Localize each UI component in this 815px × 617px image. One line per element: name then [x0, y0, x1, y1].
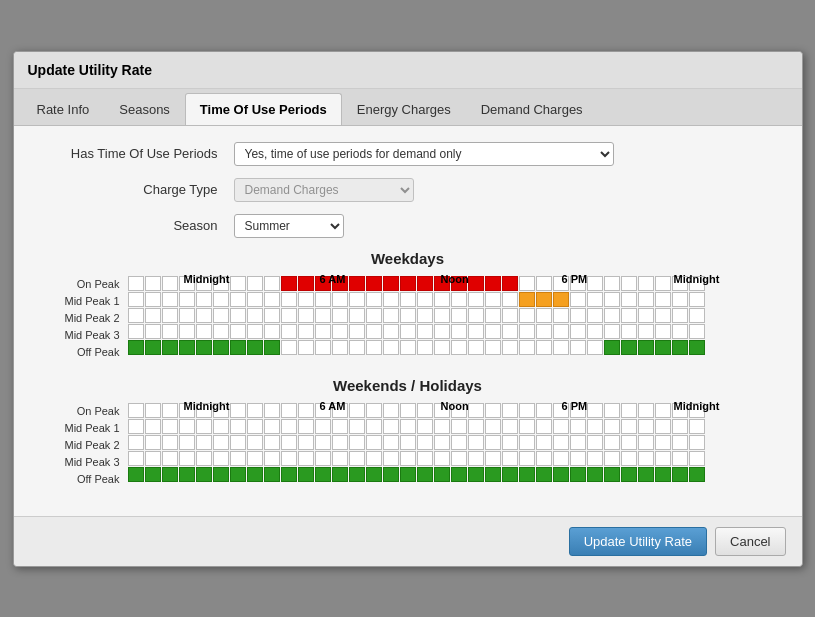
grid-cell[interactable] — [281, 403, 297, 418]
grid-cell[interactable] — [247, 403, 263, 418]
grid-cell[interactable] — [485, 403, 501, 418]
grid-cell[interactable] — [298, 419, 314, 434]
grid-cell[interactable] — [519, 308, 535, 323]
grid-cell[interactable] — [179, 435, 195, 450]
grid-cell[interactable] — [553, 467, 569, 482]
grid-cell[interactable] — [689, 467, 705, 482]
grid-cell[interactable] — [179, 419, 195, 434]
grid-cell[interactable] — [400, 467, 416, 482]
grid-cell[interactable] — [400, 276, 416, 291]
grid-cell[interactable] — [553, 324, 569, 339]
grid-cell[interactable] — [468, 467, 484, 482]
grid-cell[interactable] — [570, 419, 586, 434]
grid-cell[interactable] — [451, 435, 467, 450]
grid-cell[interactable] — [196, 324, 212, 339]
grid-cell[interactable] — [128, 403, 144, 418]
grid-cell[interactable] — [383, 324, 399, 339]
grid-cell[interactable] — [570, 324, 586, 339]
grid-cell[interactable] — [366, 451, 382, 466]
grid-cell[interactable] — [145, 451, 161, 466]
grid-cell[interactable] — [536, 467, 552, 482]
grid-cell[interactable] — [264, 340, 280, 355]
grid-cell[interactable] — [315, 308, 331, 323]
grid-cell[interactable] — [434, 324, 450, 339]
grid-cell[interactable] — [621, 324, 637, 339]
grid-cell[interactable] — [162, 276, 178, 291]
grid-cell[interactable] — [281, 435, 297, 450]
grid-cell[interactable] — [604, 324, 620, 339]
grid-cell[interactable] — [451, 419, 467, 434]
grid-cell[interactable] — [655, 467, 671, 482]
grid-cell[interactable] — [400, 419, 416, 434]
grid-cell[interactable] — [349, 308, 365, 323]
grid-cell[interactable] — [655, 435, 671, 450]
grid-cell[interactable] — [196, 419, 212, 434]
grid-cell[interactable] — [553, 419, 569, 434]
grid-cell[interactable] — [536, 340, 552, 355]
grid-cell[interactable] — [366, 403, 382, 418]
grid-cell[interactable] — [485, 467, 501, 482]
grid-cell[interactable] — [349, 292, 365, 307]
grid-cell[interactable] — [366, 292, 382, 307]
grid-cell[interactable] — [400, 324, 416, 339]
grid-cell[interactable] — [621, 308, 637, 323]
grid-cell[interactable] — [315, 435, 331, 450]
grid-cell[interactable] — [587, 403, 603, 418]
grid-cell[interactable] — [145, 340, 161, 355]
grid-cell[interactable] — [230, 435, 246, 450]
grid-cell[interactable] — [349, 467, 365, 482]
grid-cell[interactable] — [145, 419, 161, 434]
grid-cell[interactable] — [536, 403, 552, 418]
grid-cell[interactable] — [349, 403, 365, 418]
grid-cell[interactable] — [179, 467, 195, 482]
grid-cell[interactable] — [536, 292, 552, 307]
grid-cell[interactable] — [672, 340, 688, 355]
grid-cell[interactable] — [315, 467, 331, 482]
grid-cell[interactable] — [655, 276, 671, 291]
grid-cell[interactable] — [247, 467, 263, 482]
grid-cell[interactable] — [519, 340, 535, 355]
grid-cell[interactable] — [468, 403, 484, 418]
grid-cell[interactable] — [366, 308, 382, 323]
grid-cell[interactable] — [298, 403, 314, 418]
grid-cell[interactable] — [383, 308, 399, 323]
grid-cell[interactable] — [162, 292, 178, 307]
grid-cell[interactable] — [468, 435, 484, 450]
grid-cell[interactable] — [638, 292, 654, 307]
grid-cell[interactable] — [638, 276, 654, 291]
grid-cell[interactable] — [332, 435, 348, 450]
grid-cell[interactable] — [689, 324, 705, 339]
grid-cell[interactable] — [332, 467, 348, 482]
grid-cell[interactable] — [536, 451, 552, 466]
grid-cell[interactable] — [128, 308, 144, 323]
grid-cell[interactable] — [434, 435, 450, 450]
grid-cell[interactable] — [349, 419, 365, 434]
grid-cell[interactable] — [553, 435, 569, 450]
grid-cell[interactable] — [587, 451, 603, 466]
grid-cell[interactable] — [145, 308, 161, 323]
tab-energy-charges[interactable]: Energy Charges — [342, 93, 466, 125]
grid-cell[interactable] — [145, 403, 161, 418]
grid-cell[interactable] — [179, 308, 195, 323]
grid-cell[interactable] — [468, 340, 484, 355]
grid-cell[interactable] — [434, 419, 450, 434]
grid-cell[interactable] — [587, 276, 603, 291]
grid-cell[interactable] — [366, 276, 382, 291]
grid-cell[interactable] — [638, 324, 654, 339]
grid-cell[interactable] — [672, 324, 688, 339]
grid-cell[interactable] — [655, 340, 671, 355]
grid-cell[interactable] — [485, 324, 501, 339]
grid-cell[interactable] — [230, 451, 246, 466]
grid-cell[interactable] — [451, 308, 467, 323]
grid-cell[interactable] — [332, 419, 348, 434]
grid-cell[interactable] — [162, 324, 178, 339]
grid-cell[interactable] — [468, 419, 484, 434]
grid-cell[interactable] — [383, 451, 399, 466]
grid-cell[interactable] — [655, 292, 671, 307]
grid-cell[interactable] — [400, 435, 416, 450]
grid-cell[interactable] — [417, 451, 433, 466]
grid-cell[interactable] — [298, 340, 314, 355]
grid-cell[interactable] — [213, 419, 229, 434]
grid-cell[interactable] — [587, 467, 603, 482]
grid-cell[interactable] — [128, 340, 144, 355]
